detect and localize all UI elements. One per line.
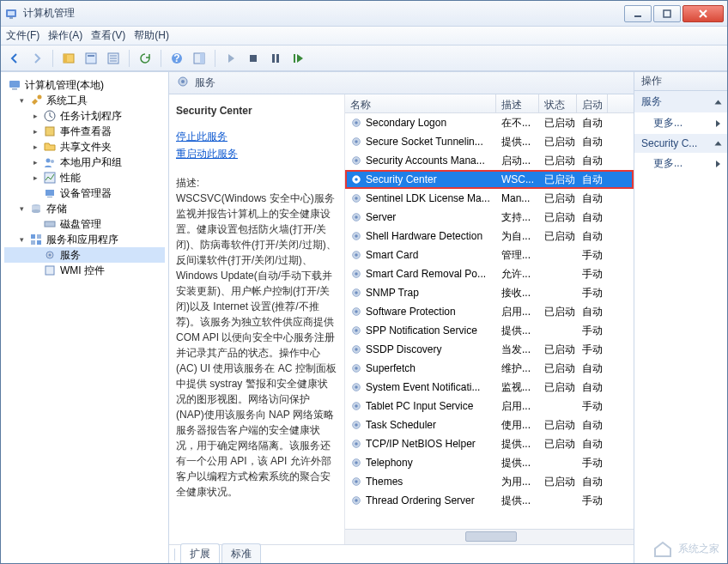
cell-name: Superfetch [345,362,496,374]
app-icon [4,7,18,21]
stop-service-link[interactable]: 停止此服务 [176,129,228,144]
tree-performance[interactable]: ▸ 性能 [4,170,165,185]
service-row[interactable]: Security Accounts Mana...启动...已启动自动 [345,151,634,170]
actions-section-selected[interactable]: Security C... [634,134,727,153]
svg-point-20 [38,95,42,100]
help-button[interactable]: ? [167,48,187,69]
menu-help[interactable]: 帮助(H) [134,28,169,43]
cell-name: Sentinel LDK License Ma... [345,192,496,204]
service-row[interactable]: Task Scheduler使用...已启动自动 [345,415,634,434]
chevron-right-icon [716,120,720,127]
cell-status: 已启动 [539,135,577,149]
tree-storage[interactable]: ▾ 存储 [4,201,165,216]
refresh-button[interactable] [135,48,155,69]
tree-task-scheduler[interactable]: ▸ 任务计划程序 [4,108,165,124]
service-row[interactable]: Secondary Logon在不...已启动自动 [345,113,634,132]
cell-start: 自动 [577,475,608,489]
cell-name: Task Scheduler [345,419,496,431]
tree-root[interactable]: 计算机管理(本地) [4,77,165,93]
service-row[interactable]: System Event Notificati...监视...已启动自动 [345,378,634,397]
service-row[interactable]: Superfetch维护...已启动自动 [345,359,634,378]
result-title: 服务 [195,76,215,90]
svc-start-button[interactable] [221,48,241,69]
expand-icon[interactable]: ▸ [32,143,39,151]
menu-view[interactable]: 查看(V) [91,28,125,43]
service-row[interactable]: SPP Notification Service提供...手动 [345,321,634,340]
cell-desc: 启动... [496,154,539,168]
actions-section-services[interactable]: 服务 [634,91,727,112]
expand-icon[interactable]: ▸ [32,128,39,136]
service-row[interactable]: Smart Card Removal Po...允许...手动 [345,264,634,283]
svc-pause-button[interactable] [265,48,286,69]
cell-name: TCP/IP NetBIOS Helper [345,438,496,450]
service-row[interactable]: Telephony提供...手动 [345,453,634,472]
show-hide-tree-button[interactable] [58,48,79,69]
restart-service-link[interactable]: 重启动此服务 [176,146,238,161]
tree-local-users[interactable]: ▸ 本地用户和组 [4,155,165,170]
service-row[interactable]: Tablet PC Input Service启用...手动 [345,397,634,415]
service-row[interactable]: Server支持...已启动自动 [345,208,634,227]
tree-services[interactable]: 服务 [4,247,165,263]
close-button[interactable] [682,5,724,22]
col-description[interactable]: 描述 [496,94,539,112]
tree-wmi[interactable]: WMI 控件 [4,263,165,278]
service-row[interactable]: Thread Ordering Server提供...手动 [345,491,634,510]
tree-services-apps[interactable]: ▾ 服务和应用程序 [4,232,165,247]
service-row[interactable]: TCP/IP NetBIOS Helper提供...已启动自动 [345,434,634,453]
nav-back-button[interactable] [4,48,25,69]
tree-shared-folders[interactable]: ▸ 共享文件夹 [4,139,165,155]
properties-button[interactable] [81,48,101,69]
collapse-icon[interactable]: ▾ [18,236,26,244]
gear-icon [350,494,362,506]
console-tree[interactable]: 计算机管理(本地) ▾ 系统工具 ▸ 任务计划程序 ▸ 事件查看器 ▸ 共享文件… [1,72,169,563]
svg-point-70 [355,385,358,389]
cell-name: Smart Card [345,249,496,261]
service-row[interactable]: Smart Card管理...手动 [345,246,634,264]
service-row[interactable]: Shell Hardware Detection为自...已启动自动 [345,227,634,246]
menu-action[interactable]: 操作(A) [48,28,82,43]
minimize-button[interactable] [624,5,652,22]
svc-restart-button[interactable] [288,48,308,69]
export-button[interactable] [103,48,124,69]
col-status[interactable]: 状态 [539,94,577,112]
service-row[interactable]: Secure Socket Tunnelin...提供...已启动自动 [345,132,634,151]
grid-body[interactable]: Secondary Logon在不...已启动自动Secure Socket T… [345,113,634,529]
service-row[interactable]: SSDP Discovery当发...已启动手动 [345,340,634,359]
scrollbar-thumb[interactable] [465,531,517,542]
tab-standard[interactable]: 标准 [221,543,261,563]
service-row[interactable]: Themes为用...已启动自动 [345,472,634,491]
gear-icon [350,211,362,223]
svg-rect-8 [88,55,94,57]
col-name[interactable]: 名称 [345,94,496,112]
tree-label: 任务计划程序 [60,109,122,124]
tree-disk-management[interactable]: 磁盘管理 [4,216,165,232]
grid-header[interactable]: 名称 描述 状态 启动 [345,94,634,113]
svg-rect-2 [9,17,13,19]
cell-status: 已启动 [539,116,577,130]
expand-icon[interactable]: ▸ [32,159,39,167]
service-row[interactable]: Software Protection启用...已启动自动 [345,302,634,321]
action-more-services[interactable]: 更多... [634,112,727,134]
action-more-selected[interactable]: 更多... [634,153,727,174]
service-row[interactable]: Security CenterWSC...已启动自动 [345,170,634,189]
collapse-icon[interactable]: ▾ [18,205,26,213]
nav-forward-button[interactable] [27,48,47,69]
tree-event-viewer[interactable]: ▸ 事件查看器 [4,124,165,139]
service-row[interactable]: Sentinel LDK License Ma...Man...已启动自动 [345,189,634,208]
service-row[interactable]: SNMP Trap接收...手动 [345,283,634,302]
col-startup[interactable]: 启动 [577,94,608,112]
svg-rect-15 [272,54,275,63]
action-pane-button[interactable] [189,48,209,69]
maximize-button[interactable] [653,5,681,22]
svc-stop-button[interactable] [243,48,264,69]
svg-rect-25 [45,173,55,183]
expand-icon[interactable]: ▸ [32,174,39,182]
expand-icon[interactable]: ▸ [32,112,39,120]
tree-system-tools[interactable]: ▾ 系统工具 [4,93,165,108]
cell-start: 自动 [577,305,608,319]
tab-extended[interactable]: 扩展 [180,543,220,563]
horizontal-scrollbar[interactable] [345,529,634,544]
tree-device-manager[interactable]: 设备管理器 [4,185,165,201]
menu-file[interactable]: 文件(F) [6,28,39,43]
collapse-icon[interactable]: ▾ [18,97,26,105]
